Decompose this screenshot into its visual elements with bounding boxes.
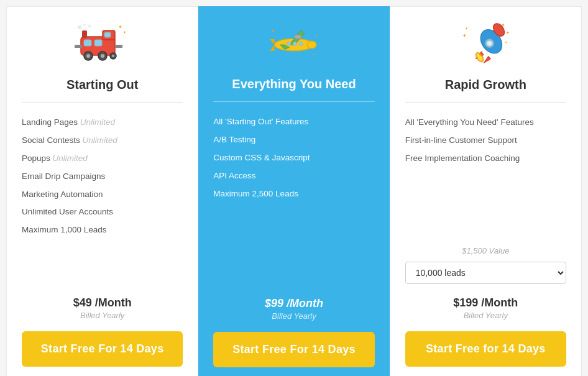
svg-marker-21 [270, 39, 275, 45]
svg-point-25 [299, 42, 303, 45]
plan-divider [22, 102, 183, 103]
plan-divider [405, 102, 566, 103]
pricing-section: $99 /Month Billed Yearly Start Free For … [213, 285, 374, 367]
feature-item: Landing Pages Unlimited [22, 114, 183, 132]
feature-item: Email Drip Campaigns [22, 168, 183, 186]
plan-price: $199 /Month [405, 296, 566, 310]
features-list: Landing Pages UnlimitedSocial Contests U… [22, 114, 183, 284]
feature-item: First-in-line Customer Support [405, 132, 566, 150]
feature-item: API Access [213, 167, 374, 185]
svg-rect-2 [84, 40, 91, 46]
svg-point-10 [112, 55, 114, 57]
plan-billed: Billed Yearly [405, 311, 566, 320]
svg-point-27 [287, 42, 291, 45]
features-list: All 'Everything You Need' FeaturesFirst-… [405, 114, 566, 245]
features-list: All 'Starting Out' FeaturesA/B TestingCu… [213, 113, 374, 285]
svg-rect-18 [75, 45, 82, 48]
cta-button[interactable]: Start Free For 14 Days [213, 332, 374, 367]
svg-rect-4 [104, 32, 111, 37]
plan-title: Everything You Need [232, 77, 356, 91]
svg-marker-22 [270, 45, 275, 51]
feature-unlimited: Unlimited [53, 154, 88, 163]
feature-unlimited: Unlimited [80, 117, 115, 127]
feature-item: Social Contests Unlimited [22, 132, 183, 150]
svg-marker-37 [484, 56, 491, 63]
svg-text:✦: ✦ [502, 22, 506, 28]
plan-billed: Billed Yearly [213, 311, 374, 321]
feature-item: Unlimited User Accounts [22, 203, 183, 221]
feature-item: All 'Everything You Need' Features [405, 114, 566, 132]
svg-point-8 [101, 54, 104, 58]
rocket-icon: ✦ ✦ ✦ ✦ ✦ [457, 19, 513, 69]
feature-item: Custom CSS & Javascript [213, 149, 374, 167]
svg-point-28 [294, 34, 301, 39]
svg-point-26 [293, 42, 296, 45]
svg-text:✦: ✦ [123, 30, 126, 34]
feature-item: Maximum 2,500 Leads [213, 185, 374, 203]
svg-point-13 [83, 24, 86, 26]
train-icon: ✦ ✦ [75, 19, 131, 69]
svg-text:✦: ✦ [505, 40, 507, 44]
feature-item: All 'Starting Out' Features [213, 113, 374, 131]
plan-rapid-growth: ✦ ✦ ✦ ✦ ✦ Rapid Growth All 'Everything Y… [390, 6, 582, 376]
feature-item: Popups Unlimited [22, 150, 183, 168]
svg-point-20 [307, 41, 316, 48]
svg-text:✦: ✦ [466, 27, 469, 30]
feature-item: Marketing Automation [22, 186, 183, 204]
pricing-container: ✦ ✦ Starting Out Landing Pages Unlimited… [6, 6, 582, 376]
plan-starting-out: ✦ ✦ Starting Out Landing Pages Unlimited… [6, 6, 198, 376]
feature-item: A/B Testing [213, 131, 374, 149]
svg-rect-11 [82, 30, 87, 38]
svg-text:✦: ✦ [313, 53, 315, 56]
svg-point-35 [487, 40, 492, 45]
plan-everything-you-need: ✦ ✦ ✦ Everything You Need All 'Starting … [198, 6, 389, 376]
svg-text:✦: ✦ [506, 30, 510, 34]
pricing-section: $49 /Month Billed Yearly Start Free For … [22, 284, 183, 367]
plan-price: $99 /Month [213, 297, 374, 310]
feature-unlimited: Unlimited [83, 135, 117, 145]
plan-divider [213, 101, 374, 102]
plane-icon: ✦ ✦ ✦ [266, 19, 322, 68]
svg-point-14 [88, 24, 91, 27]
svg-text:✦: ✦ [315, 34, 318, 37]
feature-item: Maximum 1,000 Leads [22, 221, 183, 239]
svg-text:✦: ✦ [270, 28, 274, 32]
svg-text:✦: ✦ [462, 33, 467, 39]
plan-billed: Billed Yearly [22, 311, 183, 320]
plan-price: $49 /Month [22, 296, 183, 310]
feature-item: Free Implementation Coaching [405, 150, 566, 168]
pricing-section: $199 /Month Billed Yearly Start Free for… [405, 284, 566, 367]
plan-title: Starting Out [67, 78, 139, 92]
value-note: $1,500 Value [462, 246, 509, 255]
svg-rect-3 [94, 40, 102, 46]
svg-point-12 [78, 25, 81, 29]
svg-rect-17 [115, 45, 122, 48]
plan-title: Rapid Growth [445, 78, 526, 92]
svg-point-6 [86, 54, 90, 58]
cta-button[interactable]: Start Free For 14 Days [22, 331, 183, 367]
cta-button[interactable]: Start Free for 14 Days [405, 331, 566, 367]
svg-text:✦: ✦ [118, 24, 122, 30]
leads-select[interactable]: 10,000 leads25,000 leads50,000 leads100,… [405, 262, 566, 284]
